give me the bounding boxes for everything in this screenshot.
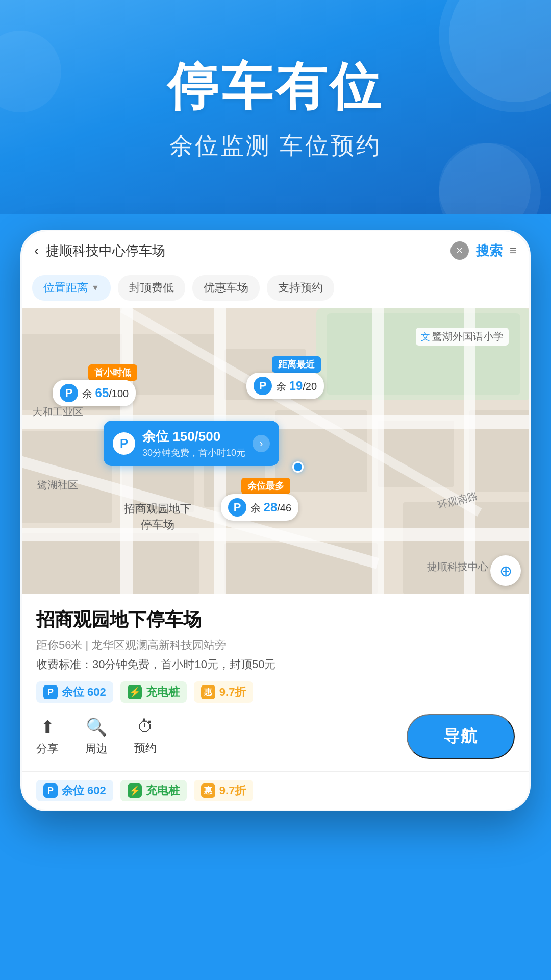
svg-rect-12 [22,533,199,594]
chevron-down-icon: ▼ [91,283,99,292]
card-title: 招商观园地下停车场 [36,607,515,632]
clock-icon: ⏱ [137,717,154,737]
card-fee: 收费标准：30分钟免费，首小时10元，封顶50元 [36,657,515,672]
clear-button[interactable]: ✕ [450,241,469,260]
svg-rect-13 [224,543,378,594]
location-button[interactable]: ⊕ [490,555,521,586]
filter-tab-discount[interactable]: 优惠车场 [192,275,260,301]
charge-label: 充电桩 [146,684,180,700]
parking-text-3: 余 28/46 [251,500,291,515]
navigate-button[interactable]: 导航 [407,714,515,759]
reserve-label: 预约 [134,741,157,756]
strip-discount-icon: 惠 [201,783,215,798]
popup-arrow-icon[interactable]: › [253,435,270,452]
nearby-button[interactable]: 🔍 周边 [85,717,108,756]
strip-charging: ⚡ 充电桩 [120,780,187,801]
share-icon: ⬆ [40,717,55,737]
card-tags: P 余位 602 ⚡ 充电桩 惠 9.7折 [36,681,515,703]
card-actions: ⬆ 分享 🔍 周边 ⏱ 预约 导航 [36,714,515,759]
community-label: 鹭湖社区 [37,478,78,492]
parking-icon-2: P [254,377,272,395]
svg-rect-2 [327,313,520,395]
tag-first-hour: 首小时低 [88,364,137,381]
user-location-dot [292,461,304,473]
nearby-label: 周边 [85,741,108,756]
filter-tab-reserve[interactable]: 支持预约 [267,275,334,301]
hero-subtitle: 余位监测 车位预约 [169,130,382,162]
popup-p-icon: P [113,432,135,455]
reserve-button[interactable]: ⏱ 预约 [134,717,157,756]
popup-count: 余位 150/500 [142,428,245,446]
strip-spaces-count: 余位 602 [62,783,106,798]
tag-discount: 惠 9.7折 [194,681,254,703]
tag-charging-station: ⚡ 充电桩 [120,681,187,703]
bottom-strip: P 余位 602 ⚡ 充电桩 惠 9.7折 [22,771,529,810]
discount-hui-icon: 惠 [201,685,215,699]
filter-tabs: 位置距离 ▼ 封顶费低 优惠车场 支持预约 [22,268,529,308]
industrial-label: 大和工业区 [32,405,83,419]
action-buttons: ⬆ 分享 🔍 周边 ⏱ 预约 [36,717,157,756]
parking-text-1: 余 65/100 [82,386,129,401]
popup-price: 30分钟免费，首小时10元 [142,447,245,459]
map-area[interactable]: 文 鹭湖外国语小学 大和工业区 招商观园地下停车场 鹭湖社区 环观南路 捷顺科技… [22,308,529,594]
filter-tab-fee[interactable]: 封顶费低 [118,275,185,301]
filter-label-location: 位置距离 [43,280,88,296]
parking-badge-3[interactable]: P 余 28/46 [221,494,298,521]
park-label: 招商观园地下停车场 [124,501,191,533]
crosshair-icon: ⊕ [499,562,512,580]
parking-spaces-count: 余位 602 [62,684,106,700]
filter-label-discount: 优惠车场 [204,280,248,296]
strip-parking-spaces: P 余位 602 [36,780,113,801]
tag-most-spaces: 余位最多 [241,478,290,494]
parking-p-badge: P [43,685,58,699]
strip-charge-label: 充电桩 [146,783,180,798]
tag-nearest: 距离最近 [272,356,321,373]
svg-rect-4 [133,334,214,395]
hero-title: 停车有位 [167,53,384,122]
card-distance: 距你56米 | 龙华区观澜高新科技园站旁 [36,638,515,653]
search-input[interactable]: 捷顺科技中心停车场 [46,242,443,260]
parking-icon-3: P [228,498,246,517]
popup-info: 余位 150/500 30分钟免费，首小时10元 [142,428,245,459]
parking-icon-1: P [60,384,78,402]
search-button[interactable]: 搜索 [476,242,503,260]
charge-icon: ⚡ [128,685,142,699]
phone-wrapper: ‹ 捷顺科技中心停车场 ✕ 搜索 ≡ 位置距离 ▼ 封顶费低 优惠车场 支持预约 [0,230,551,811]
featured-parking-popup[interactable]: P 余位 150/500 30分钟免费，首小时10元 › [104,421,279,466]
strip-charge-icon: ⚡ [128,783,142,798]
school-icon: 文 [421,331,430,343]
svg-rect-18 [464,308,475,594]
bottom-card: 招商观园地下停车场 距你56米 | 龙华区观澜高新科技园站旁 收费标准：30分钟… [22,594,529,771]
hero-section: 停车有位 余位监测 车位预约 [0,0,551,214]
share-label: 分享 [36,741,59,756]
more-button[interactable]: ≡ [510,243,517,258]
parking-badge-2[interactable]: P 余 19/20 [246,373,324,399]
filter-label-fee: 封顶费低 [129,280,174,296]
strip-discount-label: 9.7折 [219,783,246,798]
strip-discount: 惠 9.7折 [194,780,254,801]
parking-badge-1[interactable]: P 余 65/100 [53,380,136,406]
phone-mockup: ‹ 捷顺科技中心停车场 ✕ 搜索 ≡ 位置距离 ▼ 封顶费低 优惠车场 支持预约 [20,230,531,811]
filter-label-reserve: 支持预约 [278,280,323,296]
tech-label: 捷顺科技中心 [427,560,488,574]
tag-parking-spaces: P 余位 602 [36,681,113,703]
strip-p-icon: P [43,783,58,798]
parking-text-2: 余 19/20 [276,379,317,394]
search-icon: 🔍 [86,717,107,737]
discount-label: 9.7折 [219,684,246,700]
filter-tab-location[interactable]: 位置距离 ▼ [32,275,111,301]
share-button[interactable]: ⬆ 分享 [36,717,59,756]
school-label: 文 鹭湖外国语小学 [416,328,509,346]
search-bar: ‹ 捷顺科技中心停车场 ✕ 搜索 ≡ [22,231,529,268]
back-button[interactable]: ‹ [34,242,39,259]
